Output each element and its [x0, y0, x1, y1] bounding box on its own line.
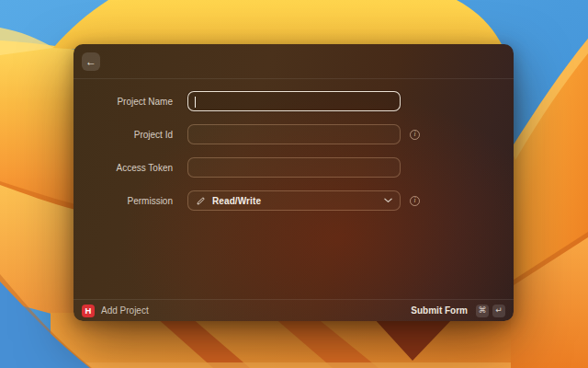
command-key-icon: ⌘	[476, 305, 489, 317]
project-name-input[interactable]	[188, 92, 400, 110]
extension-icon-letter: H	[85, 306, 92, 316]
submit-form-label: Submit Form	[411, 305, 468, 316]
permission-label: Permission	[74, 196, 173, 206]
form-row-permission: Permission Read/Write i	[74, 190, 514, 211]
permission-select[interactable]: Read/Write	[187, 190, 401, 211]
access-token-label: Access Token	[74, 163, 173, 173]
project-name-label: Project Name	[74, 97, 173, 107]
project-id-label: Project Id	[74, 130, 173, 140]
form-row-project-name: Project Name	[74, 91, 514, 111]
add-project-window: ← Project Name Project Id i Access Token	[74, 44, 514, 321]
pencil-icon	[196, 196, 206, 206]
form-row-access-token: Access Token	[74, 157, 514, 178]
back-arrow-icon: ←	[85, 56, 96, 67]
window-footer: H Add Project Submit Form ⌘ ↵	[74, 299, 514, 321]
window-header: ←	[74, 44, 514, 79]
text-cursor	[195, 97, 196, 108]
access-token-field	[187, 157, 401, 178]
return-key-icon: ↵	[492, 305, 505, 317]
chevron-down-icon	[384, 198, 392, 203]
permission-info-icon[interactable]: i	[410, 196, 420, 206]
extension-icon: H	[82, 305, 95, 317]
desktop: ← Project Name Project Id i Access Token	[0, 0, 588, 368]
submit-form-button[interactable]: Submit Form ⌘ ↵	[411, 305, 505, 317]
form-row-project-id: Project Id i	[74, 124, 514, 144]
access-token-input[interactable]	[188, 158, 400, 177]
project-name-field	[187, 91, 401, 111]
back-button[interactable]: ←	[82, 52, 100, 71]
command-title: Add Project	[101, 305, 149, 316]
project-id-input[interactable]	[188, 125, 400, 144]
project-id-info-icon[interactable]: i	[410, 130, 420, 140]
project-id-field	[187, 124, 401, 144]
project-form: Project Name Project Id i Access Token	[74, 79, 514, 211]
permission-value: Read/Write	[212, 196, 261, 206]
